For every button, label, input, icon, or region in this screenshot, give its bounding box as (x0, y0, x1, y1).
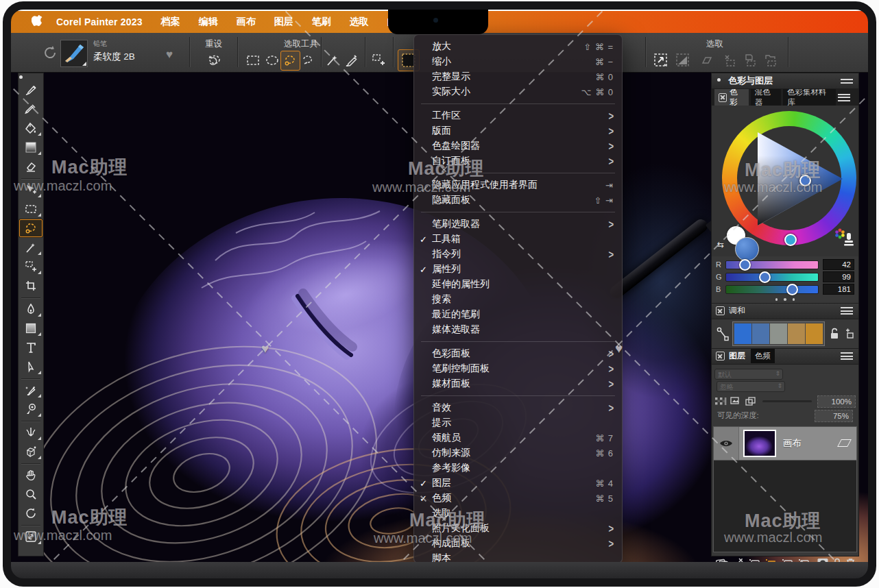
menu-item-11[interactable]: 隐藏面板 ⇧ ⇥ (414, 193, 622, 208)
menu-item-32[interactable]: ✓ 色频 ⌘ 5 (414, 491, 622, 506)
g-slider-handle[interactable] (759, 271, 771, 283)
menu-item[interactable]: 画布 (237, 16, 256, 28)
menu-item-14[interactable]: ✓ 工具箱 (414, 232, 622, 247)
preserve-transparency-icon[interactable] (714, 396, 727, 407)
menu-item-23[interactable]: 笔刷控制面板 > (414, 361, 622, 376)
menu-item-1[interactable]: 缩小 ⌘ − (414, 54, 622, 69)
menu-item-35[interactable]: 构成面板 > (414, 536, 622, 551)
harmony-swatch-1[interactable] (752, 323, 769, 344)
restore-defaults-icon[interactable] (41, 44, 59, 62)
r-value[interactable]: 42 (823, 259, 854, 270)
menu-item-20[interactable]: 媒体选取器 (414, 322, 622, 337)
toolbox-drag-dot[interactable] (19, 75, 23, 79)
menu-item-28[interactable]: 领航员 ⌘ 7 (414, 430, 622, 445)
menu-item-29[interactable]: 仿制来源 ⌘ 6 (414, 445, 622, 461)
panel-header[interactable]: 色彩与图层 (712, 73, 858, 89)
harmony-swatch-2[interactable] (770, 323, 787, 344)
selection-adjuster-tool-icon[interactable] (370, 52, 387, 69)
g-value[interactable]: 99 (823, 271, 854, 282)
harmony-header[interactable]: 调和 (712, 303, 858, 319)
rect-select-tool[interactable] (19, 199, 43, 219)
depth-value[interactable]: 75% (815, 410, 853, 422)
menu-item-34[interactable]: 照片美化面板 > (414, 521, 622, 536)
dropper-tool[interactable] (19, 99, 43, 119)
menu-item-18[interactable]: 搜索 (414, 292, 622, 307)
menu-item-0[interactable]: 放大 ⇧ ⌘ = (414, 39, 622, 54)
menu-item-19[interactable]: 最近的笔刷 (414, 307, 622, 322)
stamp-tool[interactable] (19, 400, 43, 419)
tab-menu-icon[interactable] (838, 94, 850, 101)
brush-name-label[interactable]: 柔软度 2B (93, 51, 135, 63)
menu-item-10[interactable]: 隐藏应用程式使用者界面 ⇥ (414, 177, 622, 193)
menu-item-33[interactable]: 选取 (414, 506, 622, 521)
add-swatch-icon[interactable] (843, 328, 855, 340)
reset-selection-icon[interactable] (207, 51, 224, 67)
menu-item[interactable]: 图层 (274, 16, 293, 28)
shape-select-tool[interactable] (19, 357, 43, 376)
sv-triangle[interactable] (722, 111, 856, 245)
menu-item-17[interactable]: 延伸的属性列 (414, 277, 622, 292)
paint-bucket-tool[interactable] (19, 119, 43, 138)
rect-select-tool-icon[interactable] (245, 52, 261, 69)
panel-resize-dots[interactable] (712, 296, 858, 303)
menu-item-15[interactable]: 指令列 > (414, 247, 622, 262)
close-tab-icon[interactable] (719, 93, 727, 102)
b-value[interactable]: 181 (823, 284, 854, 295)
menu-item[interactable]: 笔刷 (312, 16, 331, 28)
swap-colors-icon[interactable]: ⇆ (717, 240, 724, 249)
lasso-tool[interactable] (19, 219, 43, 238)
selection-adjuster-tool[interactable] (19, 257, 43, 276)
b-slider[interactable] (725, 285, 819, 294)
pickup-underlying-icon[interactable] (730, 396, 742, 407)
menu-item-8[interactable]: 自订面板 > (414, 154, 622, 169)
eyedropper-stamp-icon[interactable] (842, 232, 856, 249)
menu-item-30[interactable]: 参考影像 (414, 461, 622, 476)
layer-row-canvas[interactable]: 画布 (714, 427, 856, 461)
close-tab-icon[interactable] (716, 306, 725, 315)
menu-item-24[interactable]: 媒材面板 > (414, 376, 622, 391)
brush-tool[interactable] (19, 80, 43, 99)
menu-item-3[interactable]: 实际大小 ⌥ ⌘ 0 (414, 84, 622, 99)
window-zoom-tool[interactable] (19, 527, 43, 546)
transform-selection-icon[interactable] (653, 52, 669, 69)
rect-shape-tool[interactable] (19, 319, 43, 338)
menu-item-16[interactable]: ✓ 属性列 (414, 262, 622, 277)
harmony-link-icon[interactable] (716, 326, 730, 342)
save-selection-icon[interactable] (742, 52, 758, 69)
unlock-icon[interactable] (829, 327, 840, 341)
selection-brush-tool-icon[interactable] (343, 52, 359, 69)
menu-item-13[interactable]: 笔刷选取器 > (414, 217, 622, 232)
layers-menu-icon[interactable] (841, 352, 853, 360)
gradient-tool[interactable] (19, 138, 43, 157)
magnifier-tool[interactable] (19, 485, 43, 504)
menu-item[interactable]: 选取 (350, 16, 369, 28)
perspective-tool[interactable] (19, 442, 43, 461)
polygon-select-tool-icon[interactable] (300, 52, 316, 69)
menu-item-26[interactable]: 音效 > (414, 400, 622, 415)
layer-stack-icon[interactable] (745, 396, 757, 407)
panel-menu-icon[interactable] (841, 79, 853, 84)
hand-tool[interactable] (19, 465, 43, 485)
scale-selection-icon[interactable] (675, 52, 691, 69)
eraser-tool[interactable] (19, 157, 43, 176)
menu-item-31[interactable]: ✓ 图层 ⌘ 4 (414, 476, 622, 491)
g-slider[interactable] (725, 273, 819, 282)
harmony-swatch-3[interactable] (788, 323, 805, 344)
harmony-swatch-4[interactable] (806, 323, 823, 344)
layer-adjuster-tool[interactable] (19, 180, 43, 199)
delete-selection-icon[interactable] (721, 52, 738, 69)
r-slider[interactable] (725, 260, 819, 269)
composite-method-select[interactable]: 默认 (714, 369, 783, 380)
b-slider-handle[interactable] (786, 284, 798, 295)
apple-icon[interactable] (32, 15, 44, 29)
primary-color-swatch[interactable] (735, 237, 759, 261)
mirror-paint-tool[interactable] (19, 423, 43, 442)
magic-wand-tool-icon[interactable] (324, 52, 340, 69)
visibility-cell[interactable] (714, 427, 739, 460)
pen-tool[interactable] (19, 299, 43, 319)
menu-item-7[interactable]: 色盘绘图器 > (414, 138, 622, 154)
menu-item-6[interactable]: 版面 > (414, 123, 622, 138)
menu-item[interactable]: 编辑 (199, 16, 218, 28)
load-selection-icon[interactable] (762, 52, 779, 69)
hue-selector[interactable] (784, 234, 797, 246)
